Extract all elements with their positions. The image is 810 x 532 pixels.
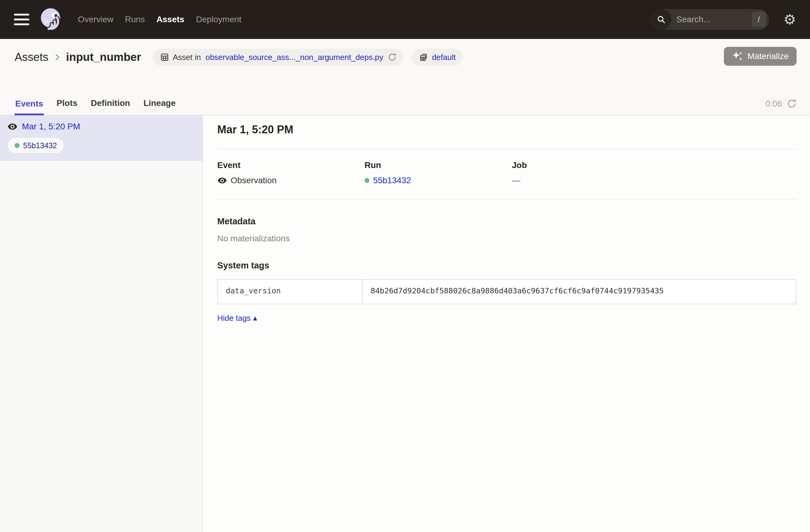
metadata-empty-message: No materializations	[217, 234, 796, 243]
asset-location-chip: Asset in observable_source_ass..._non_ar…	[153, 49, 404, 66]
repo-chip: default	[412, 49, 463, 66]
divider	[217, 149, 796, 149]
tab-lineage[interactable]: Lineage	[143, 95, 176, 115]
event-list-item-selected[interactable]: Mar 1, 5:20 PM 55b13432	[0, 115, 202, 161]
dagster-logo-icon[interactable]	[38, 6, 65, 33]
run-id-chip[interactable]: 55b13432	[8, 138, 64, 153]
run-id-label: 55b13432	[23, 141, 57, 150]
refresh-timer: 0:06	[765, 99, 797, 109]
gear-icon[interactable]: ⚙	[783, 13, 796, 27]
event-type-value: Observation	[231, 176, 277, 186]
event-detail-panel: Mar 1, 5:20 PM Event Observation Run	[203, 115, 810, 532]
tab-plots[interactable]: Plots	[56, 95, 78, 115]
workspace-icon	[419, 53, 428, 62]
event-facts: Event Observation Run 55b13432	[217, 160, 796, 186]
observation-eye-icon	[7, 122, 18, 132]
run-status-dot	[15, 143, 19, 148]
reload-definitions-icon[interactable]	[388, 53, 396, 62]
asset-table-icon	[160, 53, 169, 62]
search-shortcut-key: /	[752, 12, 766, 27]
table-row: data_version 84b26d7d9204cbf588026c8a988…	[217, 279, 796, 304]
chevron-right-icon	[53, 53, 62, 62]
asset-header: Assets input_number Asset in observable_…	[0, 39, 810, 115]
system-tags-section: System tags data_version 84b26d7d9204cbf…	[217, 260, 796, 323]
run-column-label: Run	[364, 160, 512, 170]
refresh-icon[interactable]	[787, 99, 797, 109]
job-value: —	[512, 176, 796, 186]
nav-item-runs[interactable]: Runs	[125, 15, 145, 25]
tag-value-cell: 84b26d7d9204cbf588026c8a9886d403a6c9637c…	[362, 279, 796, 304]
breadcrumb-assets-link[interactable]: Assets	[15, 51, 48, 64]
metadata-heading: Metadata	[217, 216, 796, 226]
event-title: Mar 1, 5:20 PM	[217, 123, 796, 136]
primary-nav: Overview Runs Assets Deployment	[78, 15, 241, 25]
nav-item-overview[interactable]: Overview	[78, 15, 113, 25]
materialize-button[interactable]: Materialize	[724, 47, 797, 66]
system-tags-heading: System tags	[217, 260, 796, 271]
menu-icon[interactable]	[14, 14, 29, 25]
hide-tags-label: Hide tags	[217, 313, 251, 323]
asset-name-title: input_number	[66, 51, 141, 64]
asset-tabs: Events Plots Definition Lineage 0:06	[0, 95, 810, 115]
tag-key-cell: data_version	[217, 279, 362, 304]
hide-tags-link[interactable]: Hide tags ▲	[217, 313, 257, 323]
run-status-dot	[364, 178, 369, 183]
asset-definition-link[interactable]: observable_source_ass..._non_argument_de…	[205, 53, 383, 62]
breadcrumb: Assets input_number Asset in observable_…	[0, 47, 810, 67]
metadata-section: Metadata No materializations	[217, 216, 796, 243]
system-tags-table: data_version 84b26d7d9204cbf588026c8a988…	[217, 279, 796, 304]
event-timestamp-link[interactable]: Mar 1, 5:20 PM	[22, 122, 80, 131]
repo-default-link[interactable]: default	[432, 53, 455, 62]
event-list-sidebar: Mar 1, 5:20 PM 55b13432	[0, 115, 203, 532]
sparkle-icon	[732, 50, 744, 62]
search-icon	[651, 9, 671, 30]
run-id-link[interactable]: 55b13432	[373, 176, 411, 186]
job-column-label: Job	[512, 160, 796, 170]
materialize-label: Materialize	[748, 51, 789, 61]
content-area: Mar 1, 5:20 PM 55b13432 Mar 1, 5:20 PM E…	[0, 115, 810, 532]
search-input[interactable]	[677, 15, 752, 25]
tab-definition[interactable]: Definition	[90, 95, 131, 115]
nav-item-deployment[interactable]: Deployment	[196, 15, 241, 25]
divider	[217, 199, 796, 199]
event-column-label: Event	[217, 160, 364, 170]
caret-up-icon: ▲	[253, 316, 257, 321]
top-nav: Overview Runs Assets Deployment / ⚙	[0, 0, 810, 39]
nav-item-assets[interactable]: Assets	[157, 15, 184, 25]
global-search[interactable]: /	[651, 9, 769, 30]
asset-location-prefix: Asset in	[173, 53, 203, 62]
observation-eye-icon	[217, 176, 227, 186]
tab-events[interactable]: Events	[15, 95, 44, 115]
refresh-countdown: 0:06	[765, 99, 782, 109]
